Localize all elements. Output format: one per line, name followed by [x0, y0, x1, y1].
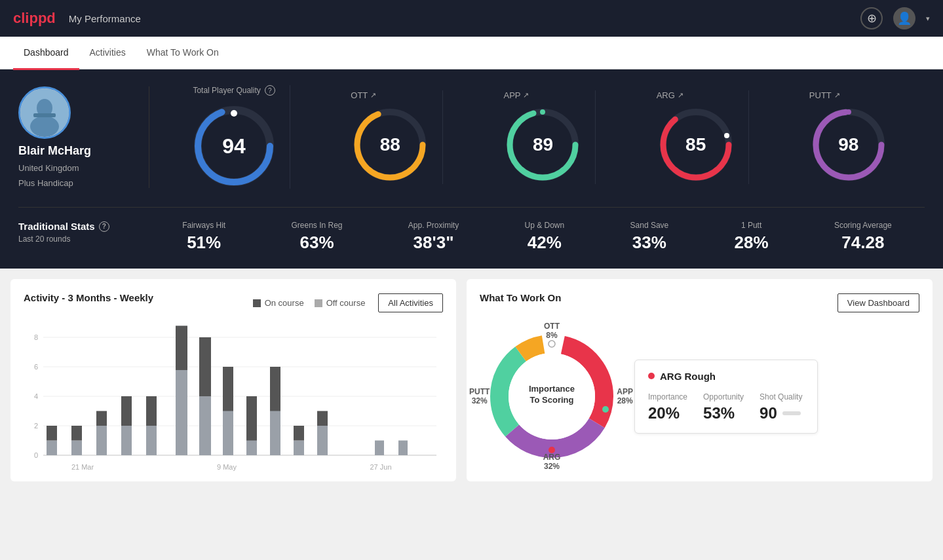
gauge-app: 89 — [503, 105, 582, 184]
donut-wrap: Importance To Scoring OTT 8% APP 28% ARG… — [480, 324, 624, 468]
stat-proximity: App. Proximity 38'3" — [408, 221, 459, 253]
svg-point-6 — [231, 110, 237, 117]
avatar-icon: 👤 — [897, 11, 912, 26]
activity-header: Activity - 3 Months - Weekly On course O… — [24, 292, 443, 314]
tabs-bar: Dashboard Activities What To Work On — [0, 37, 943, 69]
svg-rect-29 — [47, 441, 57, 456]
gauge-arg: 85 — [657, 105, 735, 184]
header: clippd My Performance ⊕ 👤 ▾ — [0, 0, 943, 37]
svg-rect-44 — [223, 367, 233, 411]
svg-point-17 — [846, 109, 851, 115]
header-left: clippd My Performance — [13, 10, 141, 27]
svg-rect-49 — [270, 367, 280, 411]
stats-label-col: Traditional Stats ? Last 20 rounds — [18, 221, 149, 244]
metric-shot-quality: Shot Quality 90 — [760, 392, 802, 422]
view-dashboard-button[interactable]: View Dashboard — [837, 293, 919, 312]
svg-text:21 Mar: 21 Mar — [71, 463, 94, 471]
player-quality-row: Blair McHarg United Kingdom Plus Handica… — [18, 85, 925, 208]
chart-area: 8 6 4 2 0 — [24, 324, 443, 468]
svg-rect-34 — [96, 411, 107, 426]
activity-chart-svg: 8 6 4 2 0 — [24, 324, 443, 475]
header-right: ⊕ 👤 ▾ — [860, 7, 930, 29]
svg-rect-54 — [375, 441, 384, 456]
quality-label-putt: PUTT ↗ — [809, 90, 840, 100]
arrow-icon-ott: ↗ — [370, 91, 376, 100]
player-country: United Kingdom — [18, 163, 79, 173]
donut-svg: Importance To Scoring — [480, 324, 624, 468]
player-info: Blair McHarg United Kingdom Plus Handica… — [18, 86, 149, 188]
all-activities-button[interactable]: All Activities — [378, 293, 443, 312]
arrow-icon-app: ↗ — [523, 91, 529, 100]
bottom-section: Activity - 3 Months - Weekly On course O… — [0, 269, 943, 492]
svg-text:8: 8 — [34, 333, 38, 341]
tab-what-to-work-on[interactable]: What To Work On — [136, 37, 229, 70]
work-title: What To Work On — [480, 292, 561, 303]
svg-rect-31 — [71, 441, 82, 456]
player-handicap: Plus Handicap — [18, 178, 73, 188]
legend-off-course: Off course — [315, 298, 366, 308]
quality-item-arg: ARG ↗ 85 — [644, 90, 749, 184]
player-name: Blair McHarg — [18, 144, 91, 158]
detail-card-title: ARG Rough — [648, 371, 804, 382]
stats-cols: Fairways Hit 51% Greens In Reg 63% App. … — [149, 221, 925, 253]
add-button[interactable]: ⊕ — [860, 7, 883, 29]
help-icon-tpq[interactable]: ? — [265, 85, 275, 96]
tab-dashboard[interactable]: Dashboard — [13, 37, 79, 70]
gauge-value-arg: 85 — [685, 134, 706, 155]
player-photo — [20, 88, 69, 137]
svg-text:2: 2 — [34, 422, 38, 430]
top-section: Blair McHarg United Kingdom Plus Handica… — [0, 69, 943, 269]
stat-gir: Greens In Reg 63% — [291, 221, 342, 253]
activity-title: Activity - 3 Months - Weekly — [24, 292, 153, 303]
label-arg: ARG 32% — [543, 453, 561, 471]
activity-panel: Activity - 3 Months - Weekly On course O… — [10, 279, 456, 481]
svg-rect-38 — [146, 396, 157, 426]
svg-rect-35 — [121, 426, 132, 455]
gauge-value-ott: 88 — [380, 134, 400, 155]
svg-point-66 — [602, 406, 609, 413]
stat-scoring: Scoring Average 74.28 — [834, 221, 892, 253]
svg-text:6: 6 — [34, 363, 38, 371]
plus-icon: ⊕ — [867, 11, 877, 26]
header-title: My Performance — [69, 13, 141, 24]
gauge-value-tpq: 94 — [222, 134, 246, 159]
svg-text:0: 0 — [34, 451, 38, 459]
stat-fairways: Fairways Hit 51% — [182, 221, 225, 253]
quality-item-putt: PUTT ↗ 98 — [796, 90, 901, 184]
svg-rect-52 — [317, 426, 328, 455]
svg-point-14 — [724, 133, 729, 138]
gauge-tpq: 94 — [191, 103, 277, 189]
svg-rect-36 — [121, 396, 132, 426]
quality-charts: Total Player Quality ? 94 OTT ↗ — [149, 85, 925, 189]
metric-importance: Importance 20% — [648, 392, 687, 422]
work-panel: What To Work On View Dashboard — [467, 279, 933, 481]
detail-card: ARG Rough Importance 20% Opportunity 53%… — [634, 360, 818, 434]
user-avatar[interactable]: 👤 — [893, 7, 915, 29]
legend-dot-on — [253, 299, 261, 307]
svg-rect-37 — [146, 426, 157, 455]
logo: clippd — [13, 10, 56, 27]
svg-rect-30 — [47, 426, 57, 441]
quality-label-ott: OTT ↗ — [351, 90, 376, 100]
label-app: APP 28% — [617, 387, 633, 405]
tpq-label: Total Player Quality ? — [193, 85, 275, 96]
gauge-putt: 98 — [809, 105, 888, 184]
player-avatar — [18, 86, 71, 139]
work-header: What To Work On View Dashboard — [480, 292, 919, 314]
quality-item-app: APP ↗ 89 — [490, 90, 596, 184]
help-icon-stats[interactable]: ? — [99, 221, 109, 232]
svg-rect-3 — [33, 113, 56, 117]
svg-rect-40 — [176, 326, 187, 371]
svg-point-2 — [30, 116, 59, 137]
stats-sublabel: Last 20 rounds — [18, 234, 131, 244]
stats-label: Traditional Stats ? — [18, 221, 131, 232]
legend-dot-off — [315, 299, 322, 307]
tab-activities[interactable]: Activities — [79, 37, 136, 70]
svg-rect-51 — [294, 426, 304, 441]
detail-dot — [648, 373, 655, 379]
quality-label-app: APP ↗ — [503, 90, 529, 100]
gauge-value-putt: 98 — [838, 134, 858, 155]
activity-legend: On course Off course — [253, 298, 366, 308]
stat-sandsave: Sand Save 33% — [630, 221, 669, 253]
gauge-value-app: 89 — [533, 134, 553, 155]
